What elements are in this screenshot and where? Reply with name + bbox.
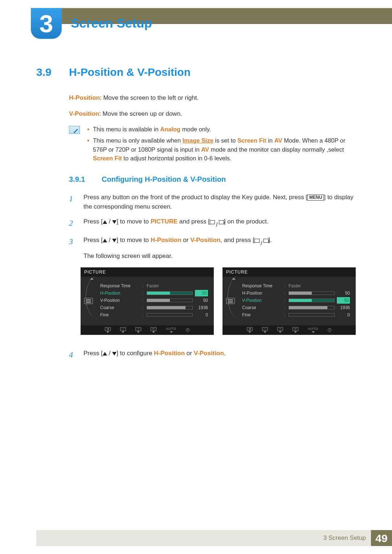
osd-enter-icon: ↵: [151, 327, 156, 333]
osd-footer: ◄ − + ↵ AUTO: [222, 325, 356, 335]
note-list: This menu is available in Analog mode on…: [85, 125, 356, 165]
subsection-heading: 3.9.1 Configuring H-Position & V-Positio…: [69, 174, 356, 185]
step-body: Press [ / ] to configure H-Position or V…: [83, 349, 356, 361]
up-triangle-icon: [103, 220, 107, 224]
h-position-term: H-Position: [69, 94, 100, 101]
osd-enter-icon: ↵: [293, 327, 298, 333]
osd-auto-label: AUTO: [166, 327, 176, 333]
step-2: 2 Press [ / ] to move to PICTURE and pre…: [69, 217, 356, 230]
definition-v: V-Position: Move the screen up or down.: [69, 109, 356, 119]
osd-plus-icon: +: [277, 327, 283, 333]
subsection-number: 3.9.1: [69, 174, 94, 185]
osd-title: PICTURE: [81, 267, 214, 277]
step-1: 1 Press any button on the front of the p…: [69, 193, 356, 211]
chapter-number: 3: [40, 5, 53, 42]
subsection-title: Configuring H-Position & V-Position: [102, 174, 226, 185]
page-content: 3.9 H-Position & V-Position H-Position: …: [36, 64, 356, 366]
osd-title: PICTURE: [222, 267, 356, 277]
osd-panel-h-position: PICTURE Response Time:Faster H-Position:…: [81, 267, 214, 335]
step-body: Press [ / ] to move to PICTURE and press…: [83, 217, 356, 230]
osd-auto-label: AUTO: [308, 327, 318, 333]
enter-source-icon: /: [210, 220, 224, 230]
section-body: H-Position: Move the screen to the left …: [69, 93, 356, 361]
down-triangle-icon: [112, 239, 117, 242]
menu-button-glyph: MENU: [307, 194, 324, 201]
osd-power-icon: [186, 328, 189, 332]
step-body: Press any button on the front of the pro…: [83, 193, 356, 211]
osd-plus-icon: +: [135, 327, 141, 333]
step-3: 3 Press [ / ] to move to H-Position or V…: [69, 235, 356, 343]
step-number: 2: [69, 217, 77, 230]
up-triangle-icon: [103, 239, 107, 242]
step-number: 1: [69, 193, 77, 211]
footer-chapter-label: 3 Screen Setup: [323, 533, 366, 543]
osd-power-icon: [328, 328, 331, 332]
section-title: H-Position & V-Position: [69, 64, 191, 80]
chapter-number-tab: 3: [31, 8, 62, 39]
step-body: Press [ / ] to move to H-Position or V-P…: [83, 235, 356, 343]
step-number: 4: [69, 349, 77, 361]
chapter-title: Screen Setup: [71, 14, 152, 33]
down-triangle-icon: [112, 220, 117, 224]
osd-screenshots: PICTURE Response Time:Faster H-Position:…: [81, 267, 356, 335]
enter-source-icon: /: [254, 239, 269, 248]
page-footer: 3 Screen Setup 49: [36, 530, 392, 546]
down-triangle-icon: [112, 352, 117, 356]
note-icon: [69, 126, 80, 134]
section-heading: 3.9 H-Position & V-Position: [36, 64, 356, 80]
note-item-2: This menu is only available when Image S…: [85, 136, 356, 163]
osd-minus-icon: −: [120, 327, 126, 333]
footer-page-number: 49: [371, 530, 392, 546]
up-triangle-icon: [103, 352, 107, 356]
section-number: 3.9: [36, 64, 61, 80]
step-number: 3: [69, 235, 77, 343]
v-position-term: V-Position: [69, 110, 99, 117]
osd-back-icon: ◄: [105, 327, 111, 333]
steps-list: 1 Press any button on the front of the p…: [69, 193, 356, 361]
definition-h: H-Position: Move the screen to the left …: [69, 93, 356, 103]
osd-minus-icon: −: [262, 327, 268, 333]
osd-panel-v-position: PICTURE Response Time:Faster H-Position:…: [222, 267, 356, 335]
osd-footer: ◄ − + ↵ AUTO: [81, 325, 214, 335]
note-block: This menu is available in Analog mode on…: [69, 125, 356, 165]
note-item-1: This menu is available in Analog mode on…: [85, 125, 356, 134]
osd-back-icon: ◄: [247, 327, 253, 333]
step-4: 4 Press [ / ] to configure H-Position or…: [69, 349, 356, 361]
